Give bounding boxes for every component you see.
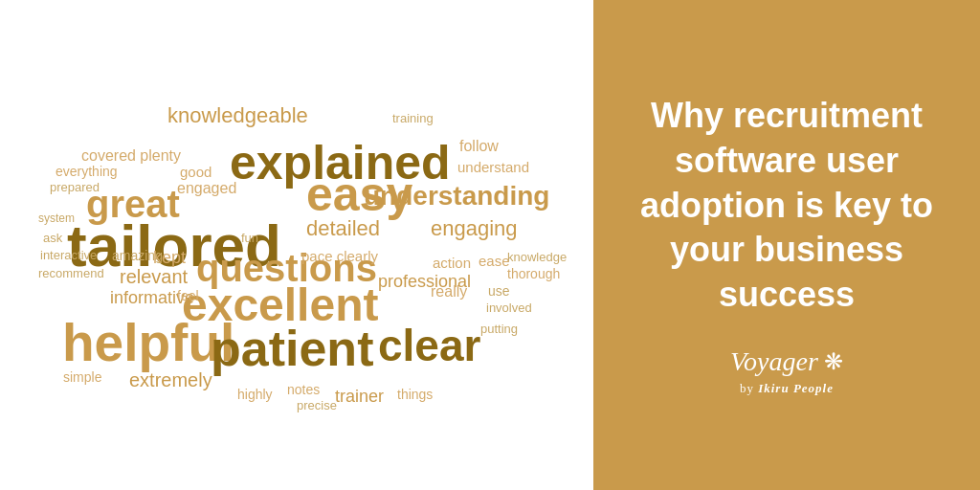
word-cloud-item: thorough bbox=[507, 266, 560, 281]
word-cloud-item: knowledgeable bbox=[167, 103, 308, 128]
word-cloud-item: everything bbox=[56, 164, 118, 179]
word-cloud-item: interactive bbox=[40, 248, 97, 262]
word-cloud-item: training bbox=[392, 111, 434, 125]
word-cloud-item: highly bbox=[237, 387, 273, 402]
word-cloud-item: understand bbox=[457, 159, 529, 175]
word-cloud-item: ease bbox=[479, 253, 510, 269]
voyager-logo: Voyager ❋ by Ikiru People bbox=[730, 346, 843, 396]
snowflake-icon: ❋ bbox=[824, 348, 843, 375]
word-cloud-item: understanding bbox=[364, 181, 549, 212]
word-cloud-item: really bbox=[431, 283, 467, 301]
word-cloud-item: notes bbox=[287, 382, 320, 397]
word-cloud-panel: tailoredhelpfulpatientexplainedexcellent… bbox=[0, 0, 593, 490]
ikiru-text: by Ikiru People bbox=[740, 381, 834, 396]
word-cloud-item: action bbox=[433, 255, 471, 271]
word-cloud-item: system bbox=[38, 212, 75, 225]
word-cloud-item: pace clearly bbox=[301, 248, 378, 264]
voyager-text: Voyager bbox=[730, 346, 818, 377]
word-cloud-item: involved bbox=[486, 301, 532, 315]
word-cloud-item: knowledge bbox=[507, 250, 567, 264]
word-cloud-item: ask bbox=[43, 231, 62, 245]
voyager-brand: Voyager ❋ bbox=[730, 346, 843, 377]
word-cloud-item: good bbox=[180, 164, 212, 180]
word-cloud-item: extremely bbox=[129, 369, 212, 391]
word-cloud-item: great bbox=[86, 183, 180, 226]
word-cloud-item: clear bbox=[378, 320, 480, 371]
word-cloud-item: fun bbox=[241, 231, 258, 245]
word-cloud-item: amazing bbox=[112, 248, 163, 263]
word-cloud-item: follow bbox=[459, 138, 499, 155]
word-cloud-item: detailed bbox=[306, 216, 380, 241]
right-panel: Why recruitment software user adoption i… bbox=[593, 0, 980, 490]
word-cloud-item: putting bbox=[480, 322, 518, 336]
word-cloud-item: prepared bbox=[50, 180, 100, 194]
word-cloud-item: trainer bbox=[335, 387, 384, 407]
word-cloud-item: recommend bbox=[38, 266, 104, 280]
word-cloud-item: precise bbox=[297, 398, 337, 412]
word-cloud: tailoredhelpfulpatientexplainedexcellent… bbox=[19, 25, 574, 465]
word-cloud-item: relevant bbox=[120, 266, 188, 288]
word-cloud-item: engaged bbox=[177, 180, 236, 197]
word-cloud-item: simple bbox=[63, 369, 101, 385]
main-title: Why recruitment software user adoption i… bbox=[622, 94, 951, 318]
word-cloud-item: covered plenty bbox=[81, 147, 181, 165]
word-cloud-item: feel bbox=[177, 288, 199, 303]
word-cloud-item: engaging bbox=[431, 216, 518, 241]
word-cloud-item: things bbox=[397, 387, 433, 402]
word-cloud-item: use bbox=[488, 283, 510, 299]
